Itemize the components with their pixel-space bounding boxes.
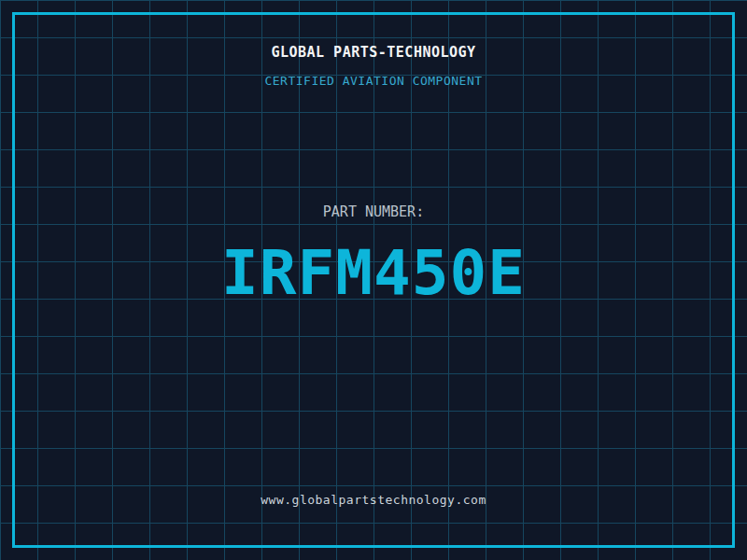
website-url: www.globalpartstechnology.com (0, 494, 747, 506)
part-number-value: IRFM450E (0, 243, 747, 304)
company-name: GLOBAL PARTS-TECHNOLOGY (0, 46, 747, 60)
part-number-label: PART NUMBER: (0, 205, 747, 219)
certification-subtitle: CERTIFIED AVIATION COMPONENT (0, 75, 747, 87)
